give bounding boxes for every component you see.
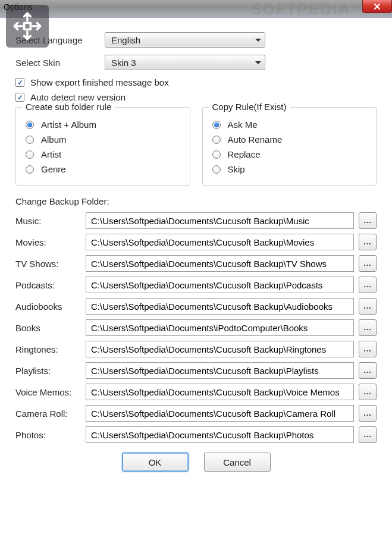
language-label: Select Language — [15, 35, 105, 45]
cancel-button[interactable]: Cancel — [204, 453, 271, 472]
chevron-down-icon — [255, 61, 261, 64]
backup-path-input[interactable] — [86, 255, 354, 272]
backup-row: Audiobooks... — [15, 298, 377, 315]
auto-detect-checkbox[interactable] — [15, 93, 24, 102]
copyrule-radio-label: Auto Rename — [228, 134, 283, 145]
copyrule-option: Auto Rename — [212, 134, 367, 145]
copyrule-option: Skip — [212, 164, 367, 174]
backup-path-input[interactable] — [86, 426, 354, 443]
backup-row: Podcasts:... — [15, 277, 377, 293]
subfolder-groupbox: Create sub folder rule Artist + AlbumAlb… — [15, 107, 190, 186]
backup-row: TV Shows:... — [15, 255, 377, 272]
close-icon — [373, 2, 381, 11]
browse-button[interactable]: ... — [359, 341, 377, 357]
backup-row: Ringtones:... — [15, 341, 377, 357]
browse-button[interactable]: ... — [359, 255, 377, 272]
copyrule-radio-label: Replace — [228, 149, 261, 159]
language-value: English — [111, 35, 140, 45]
browse-button[interactable]: ... — [359, 298, 377, 315]
backup-row-label: Books — [15, 323, 86, 333]
browse-button[interactable]: ... — [359, 277, 377, 293]
backup-path-input[interactable] — [86, 362, 354, 379]
browse-button[interactable]: ... — [359, 319, 377, 336]
copyrule-option: Replace — [212, 149, 367, 159]
backup-row-label: Playlists: — [15, 366, 86, 376]
backup-path-input[interactable] — [86, 384, 354, 400]
backup-row: Music:... — [15, 212, 377, 229]
subfolder-radio[interactable] — [26, 165, 34, 174]
subfolder-radio[interactable] — [26, 136, 34, 144]
backup-path-input[interactable] — [86, 319, 354, 336]
backup-row: Playlists:... — [15, 362, 377, 379]
copyrule-radio-label: Skip — [228, 164, 245, 174]
skin-row: Select Skin Skin 3 — [15, 55, 377, 70]
browse-button[interactable]: ... — [359, 362, 377, 379]
browse-button[interactable]: ... — [359, 384, 377, 400]
browse-button[interactable]: ... — [359, 405, 377, 422]
content-area: Select Language English Select Skin Skin… — [0, 18, 392, 481]
show-export-checkbox-row: Show export finished message box — [15, 77, 377, 87]
copyrule-groupbox: Copy Rule(If Exist) Ask MeAuto RenameRep… — [202, 107, 377, 186]
copyrule-radio[interactable] — [212, 121, 221, 129]
show-export-label: Show export finished message box — [30, 77, 169, 87]
subfolder-option: Album — [26, 134, 180, 145]
copyrule-legend: Copy Rule(If Exist) — [209, 102, 290, 112]
auto-detect-checkbox-row: Auto detect new version — [15, 92, 377, 102]
copyrule-radio[interactable] — [212, 136, 221, 144]
ok-button-label: OK — [149, 457, 162, 467]
backup-row-label: TV Shows: — [15, 259, 86, 269]
titlebar: Options — [0, 0, 392, 18]
backup-row-label: Music: — [15, 216, 86, 226]
skin-value: Skin 3 — [111, 58, 136, 68]
backup-heading: Change Backup Folder: — [15, 196, 377, 206]
window-title: Options — [4, 2, 32, 12]
subfolder-radio-label: Album — [41, 134, 67, 145]
dialog-button-row: OK Cancel — [15, 453, 377, 472]
subfolder-option: Genre — [26, 164, 180, 174]
subfolder-radio-label: Genre — [41, 164, 66, 174]
auto-detect-label: Auto detect new version — [30, 92, 126, 102]
copyrule-radio-label: Ask Me — [228, 120, 258, 130]
backup-row: Books... — [15, 319, 377, 336]
backup-row: Photos:... — [15, 426, 377, 443]
backup-row-label: Movies: — [15, 237, 86, 247]
copyrule-option: Ask Me — [212, 120, 367, 130]
backup-row-label: Camera Roll: — [15, 409, 86, 419]
subfolder-radio[interactable] — [26, 150, 34, 159]
subfolder-radio-label: Artist + Album — [41, 120, 96, 130]
backup-path-input[interactable] — [86, 277, 354, 293]
browse-button[interactable]: ... — [359, 426, 377, 443]
backup-row: Voice Memos:... — [15, 384, 377, 400]
skin-label: Select Skin — [15, 58, 105, 68]
backup-path-input[interactable] — [86, 212, 354, 229]
browse-button[interactable]: ... — [359, 212, 377, 229]
skin-dropdown[interactable]: Skin 3 — [105, 55, 265, 70]
subfolder-option: Artist — [26, 149, 180, 159]
backup-path-input[interactable] — [86, 341, 354, 357]
browse-button[interactable]: ... — [359, 234, 377, 250]
subfolder-option: Artist + Album — [26, 120, 180, 130]
subfolder-legend: Create sub folder rule — [22, 102, 115, 112]
backup-row-label: Ringtones: — [15, 344, 86, 354]
subfolder-radio-label: Artist — [41, 149, 61, 159]
backup-row: Camera Roll:... — [15, 405, 377, 422]
show-export-checkbox[interactable] — [15, 78, 24, 87]
copyrule-radio[interactable] — [212, 165, 221, 174]
copyrule-radio[interactable] — [212, 150, 221, 159]
backup-path-input[interactable] — [86, 234, 354, 250]
groupbox-row: Create sub folder rule Artist + AlbumAlb… — [15, 107, 377, 186]
language-dropdown[interactable]: English — [105, 32, 265, 48]
backup-path-input[interactable] — [86, 298, 354, 315]
close-button[interactable] — [362, 0, 392, 13]
backup-row: Movies:... — [15, 234, 377, 250]
language-row: Select Language English — [15, 32, 377, 48]
backup-row-label: Photos: — [15, 430, 86, 440]
cancel-button-label: Cancel — [223, 457, 251, 467]
subfolder-radio[interactable] — [26, 121, 34, 129]
backup-row-label: Voice Memos: — [15, 387, 86, 397]
backup-row-label: Podcasts: — [15, 280, 86, 290]
chevron-down-icon — [255, 39, 261, 42]
backup-row-label: Audiobooks — [15, 302, 86, 312]
ok-button[interactable]: OK — [122, 453, 189, 472]
backup-path-input[interactable] — [86, 405, 354, 422]
